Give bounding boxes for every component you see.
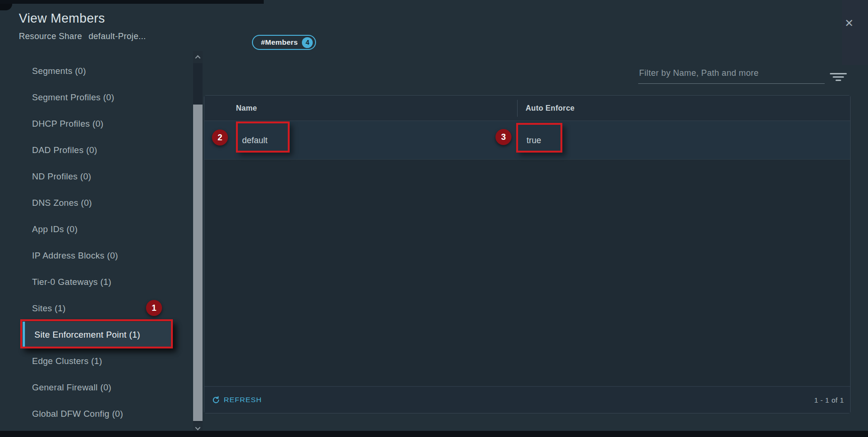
- refresh-button[interactable]: REFRESH: [212, 387, 262, 413]
- members-tab-label: #Members: [261, 38, 298, 47]
- sidebar-item-sites[interactable]: Sites (1): [5, 295, 189, 322]
- window-top-edge: [0, 0, 264, 4]
- sidebar-item-dns-zones[interactable]: DNS Zones (0): [5, 190, 189, 216]
- sidebar-item-nd-profiles[interactable]: ND Profiles (0): [5, 163, 189, 190]
- close-icon[interactable]: ✕: [842, 16, 856, 30]
- column-header-name[interactable]: Name: [236, 96, 257, 121]
- members-table-panel: Name Auto Enforce default true REFRESH 1…: [204, 95, 851, 413]
- view-members-dialog: View Members Resource Share default-Proj…: [0, 0, 868, 437]
- filter-input[interactable]: [638, 66, 825, 84]
- table-footer: REFRESH 1 - 1 of 1: [204, 386, 850, 413]
- sidebar-scrollbar[interactable]: [193, 51, 203, 431]
- sidebar-item-ip-address-blocks[interactable]: IP Address Blocks (0): [5, 243, 189, 269]
- members-tab[interactable]: #Members 4: [252, 35, 316, 50]
- dialog-title: View Members: [19, 11, 105, 26]
- scroll-up-button[interactable]: [193, 51, 203, 63]
- header-corner-panel: [842, 0, 868, 65]
- sidebar-item-segment-profiles[interactable]: Segment Profiles (0): [5, 84, 189, 111]
- sidebar-item-dhcp-profiles[interactable]: DHCP Profiles (0): [5, 111, 189, 137]
- sidebar-item-site-enforcement-point[interactable]: Site Enforcement Point (1): [23, 322, 172, 348]
- refresh-label: REFRESH: [224, 396, 262, 404]
- sidebar-item-general-firewall[interactable]: General Firewall (0): [5, 374, 189, 401]
- sidebar-item-dad-profiles[interactable]: DAD Profiles (0): [5, 137, 189, 163]
- column-header-auto-enforce[interactable]: Auto Enforce: [526, 96, 575, 121]
- sidebar-item-app-ids[interactable]: App IDs (0): [5, 216, 189, 243]
- column-divider: [517, 100, 518, 117]
- sidebar-item-edge-clusters[interactable]: Edge Clusters (1): [5, 348, 189, 374]
- chevron-down-icon: [195, 425, 200, 430]
- cell-auto-enforce: true: [527, 121, 541, 160]
- project-name-truncated: default-Proje...: [89, 32, 146, 41]
- window-bottom-edge: [0, 431, 868, 437]
- table-row[interactable]: default true: [204, 121, 850, 160]
- pagination-range: 1 - 1 of 1: [814, 387, 844, 413]
- table-header: Name Auto Enforce: [204, 96, 850, 121]
- sidebar-item-segments[interactable]: Segments (0): [5, 58, 189, 84]
- member-type-sidebar: Segments (0) Segment Profiles (0) DHCP P…: [5, 58, 189, 427]
- sidebar-item-tier0-gateways[interactable]: Tier-0 Gateways (1): [5, 269, 189, 295]
- filter-icon[interactable]: [829, 73, 847, 81]
- resource-share-label: Resource Share: [19, 32, 82, 41]
- chevron-up-icon: [195, 55, 200, 60]
- sidebar-item-global-dfw-config[interactable]: Global DFW Config (0): [5, 401, 189, 427]
- refresh-icon: [212, 396, 220, 404]
- members-count-badge: 4: [302, 37, 313, 48]
- scrollbar-thumb[interactable]: [193, 105, 203, 421]
- cell-name: default: [242, 121, 268, 160]
